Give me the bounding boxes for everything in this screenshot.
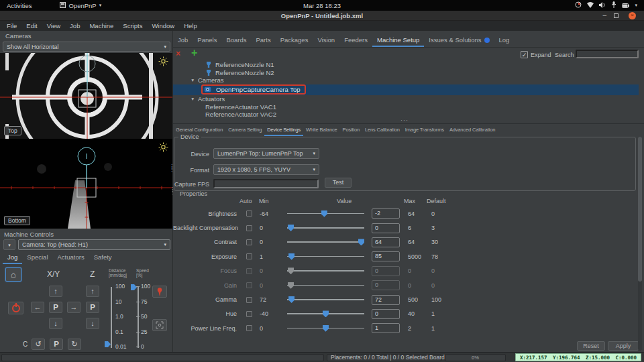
horizontal-splitter-handle[interactable]: ··· — [400, 117, 409, 123]
value-slider[interactable] — [287, 267, 364, 275]
menu-help[interactable]: Help — [179, 22, 202, 29]
scrollbar-thumb[interactable] — [638, 137, 642, 282]
search-input[interactable] — [576, 50, 639, 58]
value-slider[interactable] — [287, 224, 364, 232]
jog-z-minus-button[interactable]: ↓ — [86, 318, 99, 329]
stop-machine-button[interactable] — [8, 302, 23, 314]
auto-checkbox[interactable] — [246, 311, 252, 317]
value-slider[interactable] — [287, 282, 364, 290]
tab-parts[interactable]: Parts — [252, 34, 276, 47]
jog-x-plus-button[interactable]: → — [67, 302, 80, 313]
slider-thumb-icon[interactable] — [323, 310, 329, 317]
value-slider[interactable] — [287, 324, 364, 333]
format-selector[interactable]: 1920 x 1080, 5 FPS, YUYV ▾ — [213, 164, 319, 175]
tab-boards[interactable]: Boards — [221, 34, 251, 47]
brightness-sun-icon[interactable] — [158, 142, 168, 155]
value-slider[interactable] — [287, 296, 364, 304]
maximize-button[interactable] — [614, 13, 619, 18]
slider-thumb-icon[interactable] — [323, 325, 329, 332]
tab-device-settings[interactable]: Device Settings — [264, 125, 303, 136]
reset-button[interactable]: Reset — [577, 341, 605, 351]
auto-checkbox[interactable] — [246, 210, 252, 217]
slider-thumb-icon[interactable] — [288, 225, 294, 231]
tree-expander-icon[interactable]: ▼ — [191, 78, 198, 82]
delete-button[interactable]: × — [176, 49, 180, 58]
tab-lens-calibration[interactable]: Lens Calibration — [362, 125, 402, 136]
slider-thumb-icon[interactable] — [288, 296, 294, 303]
tab-packages[interactable]: Packages — [276, 34, 313, 47]
value-input[interactable]: 85 — [372, 251, 400, 261]
tab-panels[interactable]: Panels — [193, 34, 221, 47]
tab-actuators[interactable]: Actuators — [53, 251, 89, 264]
jog-target-selector[interactable]: Camera: Top (Head: H1) ▾ — [18, 239, 170, 250]
test-button[interactable]: Test — [325, 178, 352, 188]
tree-item-referencenozzle-n1[interactable]: ReferenceNozzle N1 — [173, 61, 639, 69]
system-tray[interactable]: ▾ — [575, 0, 637, 11]
tree-expander-icon[interactable]: ▼ — [191, 97, 198, 101]
jog-z-plus-button[interactable]: ↑ — [86, 286, 99, 297]
position-camera-button[interactable] — [152, 286, 167, 298]
tab-safety[interactable]: Safety — [89, 251, 117, 264]
jog-y-minus-button[interactable]: ↓ — [49, 318, 62, 329]
menu-edit[interactable]: Edit — [21, 22, 42, 29]
speed-slider[interactable] — [138, 287, 139, 348]
value-input[interactable]: 1 — [372, 323, 400, 333]
home-button[interactable]: ⌂ — [5, 267, 21, 282]
value-slider[interactable] — [287, 210, 364, 218]
top-camera-view[interactable]: Top — [0, 53, 173, 139]
auto-checkbox[interactable] — [246, 225, 252, 231]
tab-image-transforms[interactable]: Image Transforms — [402, 125, 447, 136]
tree-item-referencenozzle-n2[interactable]: ReferenceNozzle N2 — [173, 69, 639, 77]
value-input[interactable]: 0 — [372, 266, 400, 276]
rotate-ccw-button[interactable]: ↺ — [32, 339, 45, 350]
tab-machine-setup[interactable]: Machine Setup — [372, 34, 424, 47]
tab-camera-setting[interactable]: Camera Setting — [225, 125, 264, 136]
properties-splitter-handle[interactable]: ⋮⋮ — [170, 188, 176, 194]
capture-settings-button[interactable] — [152, 319, 167, 331]
auto-checkbox[interactable] — [246, 268, 252, 274]
value-input[interactable]: 0 — [372, 280, 400, 290]
auto-checkbox[interactable] — [246, 325, 252, 331]
tab-white-balance[interactable]: White Balance — [303, 125, 339, 136]
expand-checkbox[interactable]: ✓ — [521, 51, 528, 58]
tree-item-cameras[interactable]: ▼Cameras — [173, 76, 639, 84]
menu-file[interactable]: File — [2, 22, 21, 29]
slider-thumb-icon[interactable] — [288, 253, 294, 260]
device-selector[interactable]: LumenPnP Top: LumenPnP Top ▾ — [213, 148, 319, 159]
tab-special[interactable]: Special — [22, 251, 52, 264]
auto-checkbox[interactable] — [246, 297, 252, 303]
tab-vision[interactable]: Vision — [313, 34, 339, 47]
distance-slider[interactable] — [111, 287, 112, 348]
tree-splitter[interactable] — [173, 123, 644, 124]
apply-button[interactable]: Apply — [608, 341, 639, 351]
activities-button[interactable]: Activities — [7, 2, 32, 9]
menu-machine[interactable]: Machine — [85, 22, 118, 29]
add-button[interactable]: + — [191, 47, 197, 59]
tree-item-actuators[interactable]: ▼Actuators — [173, 95, 639, 103]
park-c-button[interactable]: P — [50, 339, 63, 350]
camera-view-selector[interactable]: Show All Horizontal ▾ — [3, 42, 170, 52]
app-menu-button[interactable]: OpenPnP ▾ — [60, 2, 101, 9]
value-input[interactable]: 72 — [372, 295, 400, 305]
value-slider[interactable] — [287, 310, 364, 318]
auto-checkbox[interactable] — [246, 253, 252, 259]
value-input[interactable]: -2 — [372, 208, 400, 219]
jog-y-plus-button[interactable]: ↑ — [49, 286, 62, 297]
tab-jog[interactable]: Jog — [3, 251, 22, 264]
menu-view[interactable]: View — [42, 22, 65, 29]
capture-fps-input[interactable] — [213, 179, 319, 188]
minimize-button[interactable]: – — [602, 11, 606, 19]
speed-slider-thumb[interactable] — [131, 284, 137, 290]
tab-log[interactable]: Log — [494, 34, 515, 47]
tree-item-openpnpcapturecamera-top[interactable]: OpenPnpCaptureCamera Top — [173, 84, 639, 95]
menu-job[interactable]: Job — [65, 22, 85, 29]
controls-collapse-button[interactable]: ▾ — [3, 239, 15, 250]
rotate-cw-button[interactable]: ↻ — [68, 339, 81, 350]
tab-feeders[interactable]: Feeders — [339, 34, 372, 47]
slider-thumb-icon[interactable] — [321, 210, 327, 217]
auto-checkbox[interactable] — [246, 282, 252, 288]
value-slider[interactable] — [287, 253, 364, 261]
slider-thumb-icon[interactable] — [358, 239, 364, 245]
value-input[interactable]: 0 — [372, 223, 400, 233]
tree-item-referenceactuator-vac1[interactable]: ReferenceActuator VAC1 — [173, 103, 639, 111]
